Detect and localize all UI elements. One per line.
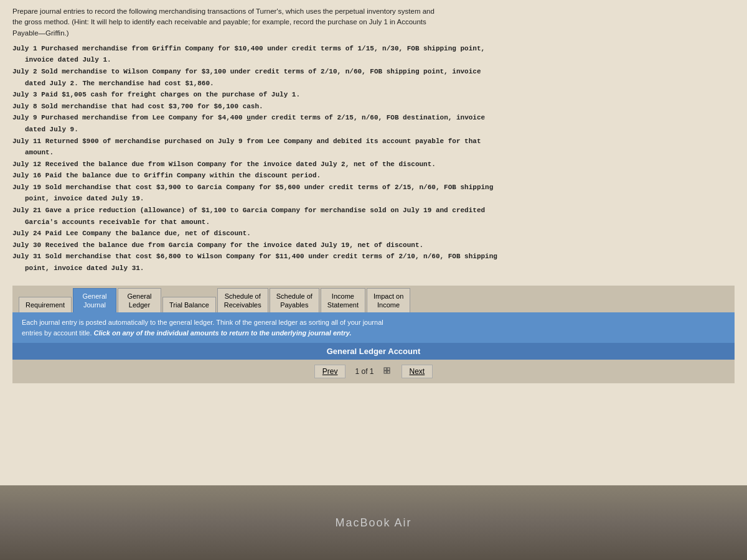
pagination-row: Prev 1 of 1 Next bbox=[12, 360, 735, 383]
transaction-21b: Garcia's accounts receivable for that am… bbox=[12, 217, 735, 228]
intro-paragraph: Prepare journal entries to record the fo… bbox=[12, 6, 735, 39]
grid-icon bbox=[383, 367, 392, 376]
tab-trial-balance[interactable]: Trial Balance bbox=[162, 297, 216, 312]
screen: Prepare journal entries to record the fo… bbox=[0, 0, 747, 560]
tab-general-journal[interactable]: GeneralJournal bbox=[73, 288, 116, 313]
transaction-31b: point, invoice dated July 31. bbox=[12, 263, 735, 274]
transaction-16: July 16 Paid the balance due to Griffin … bbox=[12, 170, 735, 182]
tab-income-statement[interactable]: IncomeStatement bbox=[321, 288, 365, 313]
intro-line1: Prepare journal entries to record the fo… bbox=[12, 7, 435, 15]
svg-rect-2 bbox=[384, 371, 387, 373]
svg-rect-3 bbox=[387, 371, 390, 373]
info-text-part3: Click on any of the individual amounts t… bbox=[94, 329, 352, 337]
transaction-11b: amount. bbox=[12, 147, 735, 159]
tabs-row: Requirement GeneralJournal GeneralLedger… bbox=[12, 286, 735, 313]
next-button[interactable]: Next bbox=[402, 365, 433, 378]
transaction-9b: dated July 9. bbox=[12, 124, 735, 136]
macbook-label: MacBook Air bbox=[335, 516, 411, 530]
transactions-list: July 1 Purchased merchandise from Griffi… bbox=[12, 44, 735, 274]
document-area: Prepare journal entries to record the fo… bbox=[0, 0, 747, 485]
prev-button[interactable]: Prev bbox=[314, 365, 346, 378]
transaction-11: July 11 Returned $900 of merchandise pur… bbox=[12, 136, 735, 147]
transaction-8: July 8 Sold merchandise that had cost $3… bbox=[12, 101, 735, 113]
ledger-header: General Ledger Account bbox=[12, 343, 735, 360]
tab-schedule-payables[interactable]: Schedule ofPayables bbox=[270, 288, 319, 313]
transaction-21: July 21 Gave a price reduction (allowanc… bbox=[12, 205, 735, 217]
transaction-1b: invoice dated July 1. bbox=[12, 55, 735, 66]
transaction-31: July 31 Sold merchandise that cost $6,80… bbox=[12, 251, 735, 263]
macbook-bar: MacBook Air bbox=[0, 485, 747, 560]
intro-line3: Payable—Griffin.) bbox=[12, 29, 69, 37]
info-text-part2: entries by account title. bbox=[22, 329, 94, 337]
transaction-30: July 30 Received the balance due from Ga… bbox=[12, 240, 735, 251]
transaction-1: July 1 Purchased merchandise from Griffi… bbox=[12, 44, 735, 55]
svg-rect-1 bbox=[387, 368, 390, 370]
transaction-3: July 3 Paid $1,005 cash for freight char… bbox=[12, 90, 735, 101]
page-indicator: 1 of 1 bbox=[355, 367, 374, 376]
tab-impact-income[interactable]: Impact onIncome bbox=[367, 288, 410, 313]
transaction-12: July 12 Received the balance due from Wi… bbox=[12, 159, 735, 170]
info-text-part1: Each journal entry is posted automatical… bbox=[22, 319, 383, 326]
transaction-24: July 24 Paid Lee Company the balance due… bbox=[12, 228, 735, 240]
tab-general-ledger[interactable]: GeneralLedger bbox=[118, 288, 161, 313]
intro-line2: the gross method. (Hint: It will help to… bbox=[12, 18, 426, 26]
svg-rect-0 bbox=[384, 368, 387, 370]
transaction-2b: dated July 2. The merchandise had cost $… bbox=[12, 78, 735, 90]
transaction-19: July 19 Sold merchandise that cost $3,90… bbox=[12, 182, 735, 194]
transaction-19b: point, invoice dated July 19. bbox=[12, 194, 735, 205]
info-box: Each journal entry is posted automatical… bbox=[12, 312, 735, 343]
transaction-9: July 9 Purchased merchandise from Lee Co… bbox=[12, 113, 735, 124]
transaction-2: July 2 Sold merchandise to Wilson Compan… bbox=[12, 67, 735, 78]
tab-schedule-receivables[interactable]: Schedule ofReceivables bbox=[217, 288, 268, 313]
tab-requirement[interactable]: Requirement bbox=[19, 297, 72, 312]
